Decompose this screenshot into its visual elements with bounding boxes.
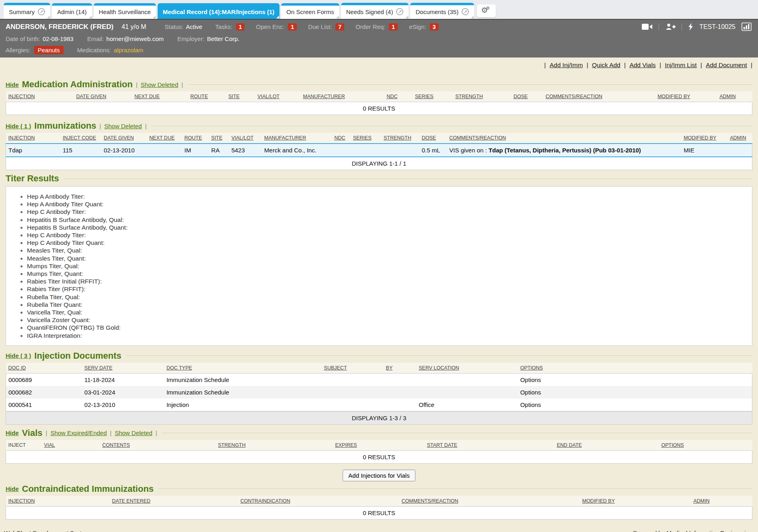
options-link[interactable]: Options: [520, 401, 541, 408]
column-sort-link[interactable]: ADMIN: [693, 498, 709, 504]
column-sort-link[interactable]: OPTIONS: [520, 365, 543, 371]
column-sort-link[interactable]: INJECTION: [8, 135, 35, 141]
column-sort-link[interactable]: NDC: [386, 94, 397, 99]
action-link-add-vials[interactable]: Add Vials: [629, 62, 655, 68]
column-sort-link[interactable]: DOSE: [422, 135, 436, 141]
column-sort-link[interactable]: MODIFIED BY: [657, 94, 690, 99]
column-sort-link[interactable]: SERV DATE: [84, 365, 113, 371]
options-link[interactable]: Options: [520, 376, 541, 383]
column-sort-link[interactable]: DATE GIVEN: [76, 94, 106, 99]
hide-link[interactable]: Hide: [6, 81, 19, 88]
hide-link[interactable]: Hide ( 1 ): [6, 123, 31, 129]
column-sort-link[interactable]: ADMIN: [719, 94, 735, 99]
counter-badge[interactable]: 1: [236, 23, 245, 31]
medications-value[interactable]: alprazolam: [114, 47, 143, 53]
column-sort-link[interactable]: CONTRAINDICATION: [240, 498, 290, 504]
document-row[interactable]: 000054102-13-2010InjectionOfficeOptions: [6, 398, 752, 411]
column-sort-link[interactable]: MODIFIED BY: [582, 498, 615, 504]
column-sort-link[interactable]: INJECTION: [8, 94, 35, 99]
add-injections-for-vials-button[interactable]: Add Injections for Vials: [343, 470, 415, 481]
column-sort-link[interactable]: START DATE: [427, 442, 457, 448]
action-link-add-inj-imm[interactable]: Add Inj/Imm: [550, 62, 583, 68]
column-sort-link[interactable]: DOSE: [514, 94, 528, 99]
show-expired-link[interactable]: Show Expired/Ended: [50, 429, 107, 436]
tab-health-surveillance[interactable]: Health Surveillance: [94, 3, 156, 19]
tab-needs-signed-4[interactable]: Needs Signed (4)↗: [341, 3, 409, 19]
column-header-contraindication: CONTRAINDICATION: [238, 496, 399, 507]
column-sort-link[interactable]: INJECTION: [8, 498, 35, 504]
column-sort-link[interactable]: INJECT: [8, 442, 26, 448]
action-link-inj-imm-list[interactable]: Inj/Imm List: [665, 62, 696, 68]
counter-badge[interactable]: 1: [288, 23, 297, 31]
column-sort-link[interactable]: END DATE: [557, 442, 582, 448]
immunization-row[interactable]: Tdap11502-13-2010IMRA5423Merck and Co., …: [6, 144, 752, 157]
column-sort-link[interactable]: NDC: [335, 135, 345, 141]
column-sort-link[interactable]: VIAL/LOT: [231, 135, 253, 141]
action-links: | Add Inj/Imm | Quick Add | Add Vials | …: [6, 62, 752, 69]
tab-documents-35[interactable]: Documents (35)↗: [410, 3, 474, 19]
medications-label: Medications:: [77, 47, 111, 53]
hide-link[interactable]: Hide: [6, 429, 19, 436]
column-sort-link[interactable]: COMMENTS/REACTION: [402, 498, 458, 504]
titer-result-item: Hep C Antibody Titer:: [27, 208, 748, 216]
separator: |: [136, 81, 138, 88]
tab-medical-record-14-mar-injections-1[interactable]: Medical Record (14):MAR/Injections (1): [158, 3, 280, 19]
column-sort-link[interactable]: MANUFACTURER: [303, 94, 345, 99]
column-sort-link[interactable]: SERV LOCATION: [419, 365, 459, 371]
popout-icon[interactable]: ↗: [38, 8, 45, 15]
column-sort-link[interactable]: ADMIN: [730, 135, 746, 141]
add-person-icon[interactable]: [665, 23, 676, 30]
settings-tab[interactable]: ⚙⚙: [477, 4, 496, 17]
column-sort-link[interactable]: EXPIRES: [335, 442, 357, 448]
column-sort-link[interactable]: VIAL/LOT: [257, 94, 279, 99]
column-sort-link[interactable]: DATE ENTERED: [112, 498, 150, 504]
document-row[interactable]: 000068911-18-2024Immunization ScheduleOp…: [6, 373, 752, 386]
action-link-quick-add[interactable]: Quick Add: [592, 62, 620, 68]
column-sort-link[interactable]: SERIES: [353, 135, 372, 141]
column-sort-link[interactable]: COMMENTS/REACTION: [546, 94, 602, 99]
column-sort-link[interactable]: CONTENTS: [102, 442, 130, 448]
show-deleted-link[interactable]: Show Deleted: [115, 429, 152, 436]
column-sort-link[interactable]: STRENGTH: [384, 135, 411, 141]
counter-badge[interactable]: 1: [389, 23, 398, 31]
column-sort-link[interactable]: INJECT CODE: [63, 135, 96, 141]
column-sort-link[interactable]: ROUTE: [190, 94, 208, 99]
column-sort-link[interactable]: COMMENTS/REACTION: [449, 135, 506, 141]
popout-icon[interactable]: ↗: [462, 8, 469, 15]
tab-on-screen-forms[interactable]: On Screen Forms: [281, 3, 339, 19]
counter-badge[interactable]: 3: [430, 23, 439, 31]
video-camera-icon[interactable]: [642, 23, 653, 30]
column-sort-link[interactable]: MODIFIED BY: [684, 135, 716, 141]
column-sort-link[interactable]: ROUTE: [184, 135, 202, 141]
column-sort-link[interactable]: DOC TYPE: [166, 365, 192, 371]
column-sort-link[interactable]: SERIES: [415, 94, 433, 99]
column-sort-link[interactable]: NEXT DUE: [149, 135, 175, 141]
show-deleted-link[interactable]: Show Deleted: [104, 123, 142, 129]
column-sort-link[interactable]: MANUFACTURER: [264, 135, 306, 141]
column-sort-link[interactable]: DATE GIVEN: [104, 135, 134, 141]
tab-label: Admin (14): [57, 8, 86, 15]
lightning-icon[interactable]: [688, 23, 693, 31]
column-sort-link[interactable]: STRENGTH: [218, 442, 246, 448]
action-link-add-document[interactable]: Add Document: [706, 62, 747, 68]
popout-icon[interactable]: ↗: [396, 8, 403, 15]
column-sort-link[interactable]: NEXT DUE: [134, 94, 160, 99]
column-sort-link[interactable]: SUBJECT: [324, 365, 347, 371]
hide-link[interactable]: Hide ( 3 ): [6, 352, 31, 359]
hide-link[interactable]: Hide: [6, 485, 19, 492]
counter-badge[interactable]: 7: [335, 23, 344, 31]
section-titer-results: Titer Results Hep A Antibody Titer:Hep A…: [6, 173, 752, 346]
column-sort-link[interactable]: SITE: [211, 135, 222, 141]
column-sort-link[interactable]: OPTIONS: [661, 442, 684, 448]
document-row[interactable]: 000068203-01-2024Immunization ScheduleOp…: [6, 386, 752, 398]
column-sort-link[interactable]: DOC ID: [8, 365, 26, 371]
options-link[interactable]: Options: [520, 389, 541, 396]
column-sort-link[interactable]: SITE: [228, 94, 240, 99]
bar-chart-icon[interactable]: [742, 23, 752, 31]
show-deleted-link[interactable]: Show Deleted: [141, 81, 178, 88]
tab-summary[interactable]: Summary↗: [4, 3, 50, 19]
column-sort-link[interactable]: VIAL: [44, 442, 55, 448]
column-sort-link[interactable]: STRENGTH: [455, 94, 483, 99]
tab-admin-14[interactable]: Admin (14): [52, 3, 92, 19]
column-sort-link[interactable]: BY: [386, 365, 393, 371]
